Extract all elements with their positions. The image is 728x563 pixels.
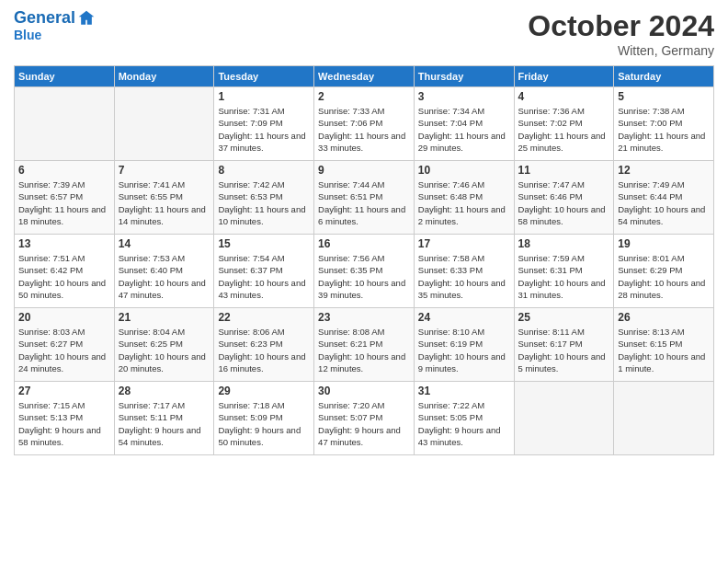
logo: General Blue	[14, 9, 96, 42]
calendar-page: General Blue October 2024 Witten, German…	[0, 0, 728, 563]
calendar-cell: 8Sunrise: 7:42 AMSunset: 6:53 PMDaylight…	[214, 161, 314, 235]
day-info: Sunrise: 8:06 AMSunset: 6:23 PMDaylight:…	[218, 326, 310, 374]
calendar-cell	[15, 87, 115, 161]
logo-blue: Blue	[14, 28, 96, 42]
day-number: 20	[18, 311, 110, 324]
day-number: 24	[418, 311, 510, 324]
day-number: 26	[618, 311, 710, 324]
day-number: 27	[18, 385, 110, 397]
calendar-week-2: 6Sunrise: 7:39 AMSunset: 6:57 PMDaylight…	[15, 161, 714, 235]
day-info: Sunrise: 7:56 AMSunset: 6:35 PMDaylight:…	[318, 252, 410, 301]
day-info: Sunrise: 7:53 AMSunset: 6:40 PMDaylight:…	[119, 252, 210, 301]
weekday-header-saturday: Saturday	[614, 66, 714, 87]
calendar-week-3: 13Sunrise: 7:51 AMSunset: 6:42 PMDayligh…	[15, 235, 714, 308]
location: Witten, Germany	[528, 43, 714, 58]
weekday-header-wednesday: Wednesday	[314, 66, 415, 87]
day-info: Sunrise: 7:54 AMSunset: 6:37 PMDaylight:…	[218, 252, 310, 301]
calendar-cell: 2Sunrise: 7:33 AMSunset: 7:06 PMDaylight…	[314, 87, 415, 161]
day-number: 10	[418, 164, 510, 177]
day-info: Sunrise: 7:20 AMSunset: 5:07 PMDaylight:…	[318, 399, 410, 448]
title-block: October 2024 Witten, Germany	[528, 9, 714, 58]
month-title: October 2024	[528, 9, 714, 43]
day-info: Sunrise: 7:59 AMSunset: 6:31 PMDaylight:…	[518, 252, 610, 301]
day-number: 9	[318, 164, 410, 177]
day-number: 6	[18, 164, 110, 177]
calendar-week-5: 27Sunrise: 7:15 AMSunset: 5:13 PMDayligh…	[15, 382, 714, 455]
calendar-week-1: 1Sunrise: 7:31 AMSunset: 7:09 PMDaylight…	[15, 87, 714, 161]
calendar-cell: 1Sunrise: 7:31 AMSunset: 7:09 PMDaylight…	[214, 87, 314, 161]
day-number: 31	[418, 385, 510, 397]
day-number: 18	[518, 237, 610, 250]
day-number: 2	[318, 90, 410, 103]
calendar-cell: 14Sunrise: 7:53 AMSunset: 6:40 PMDayligh…	[114, 235, 214, 308]
day-info: Sunrise: 7:15 AMSunset: 5:13 PMDaylight:…	[18, 399, 110, 448]
calendar-cell	[614, 382, 714, 455]
day-info: Sunrise: 8:10 AMSunset: 6:19 PMDaylight:…	[418, 326, 510, 374]
calendar-cell: 3Sunrise: 7:34 AMSunset: 7:04 PMDaylight…	[414, 87, 514, 161]
calendar-cell: 7Sunrise: 7:41 AMSunset: 6:55 PMDaylight…	[114, 161, 214, 235]
day-number: 19	[618, 237, 710, 250]
weekday-header-friday: Friday	[514, 66, 614, 87]
calendar-table: SundayMondayTuesdayWednesdayThursdayFrid…	[14, 65, 714, 455]
day-info: Sunrise: 7:41 AMSunset: 6:55 PMDaylight:…	[119, 178, 210, 227]
calendar-cell: 25Sunrise: 8:11 AMSunset: 6:17 PMDayligh…	[514, 308, 614, 382]
calendar-cell: 18Sunrise: 7:59 AMSunset: 6:31 PMDayligh…	[514, 235, 614, 308]
calendar-cell: 4Sunrise: 7:36 AMSunset: 7:02 PMDaylight…	[514, 87, 614, 161]
day-info: Sunrise: 7:38 AMSunset: 7:00 PMDaylight:…	[618, 105, 710, 154]
day-info: Sunrise: 7:18 AMSunset: 5:09 PMDaylight:…	[218, 399, 310, 448]
calendar-cell: 24Sunrise: 8:10 AMSunset: 6:19 PMDayligh…	[414, 308, 514, 382]
calendar-cell: 19Sunrise: 8:01 AMSunset: 6:29 PMDayligh…	[614, 235, 714, 308]
calendar-cell: 15Sunrise: 7:54 AMSunset: 6:37 PMDayligh…	[214, 235, 314, 308]
day-info: Sunrise: 7:49 AMSunset: 6:44 PMDaylight:…	[618, 178, 710, 227]
day-number: 1	[218, 90, 310, 103]
day-number: 23	[318, 311, 410, 324]
calendar-cell: 22Sunrise: 8:06 AMSunset: 6:23 PMDayligh…	[214, 308, 314, 382]
weekday-header-tuesday: Tuesday	[214, 66, 314, 87]
calendar-cell: 23Sunrise: 8:08 AMSunset: 6:21 PMDayligh…	[314, 308, 415, 382]
day-number: 12	[618, 164, 710, 177]
day-number: 22	[218, 311, 310, 324]
day-number: 30	[318, 385, 410, 397]
day-number: 14	[119, 237, 210, 250]
day-number: 15	[218, 237, 310, 250]
day-number: 25	[518, 311, 610, 324]
day-info: Sunrise: 7:47 AMSunset: 6:46 PMDaylight:…	[518, 178, 610, 227]
day-info: Sunrise: 7:33 AMSunset: 7:06 PMDaylight:…	[318, 105, 410, 154]
day-info: Sunrise: 8:01 AMSunset: 6:29 PMDaylight:…	[618, 252, 710, 301]
day-info: Sunrise: 7:44 AMSunset: 6:51 PMDaylight:…	[318, 178, 410, 227]
day-info: Sunrise: 8:03 AMSunset: 6:27 PMDaylight:…	[18, 326, 110, 374]
day-info: Sunrise: 8:08 AMSunset: 6:21 PMDaylight:…	[318, 326, 410, 374]
weekday-header-thursday: Thursday	[414, 66, 514, 87]
day-number: 5	[618, 90, 710, 103]
day-number: 21	[119, 311, 210, 324]
day-info: Sunrise: 7:39 AMSunset: 6:57 PMDaylight:…	[18, 178, 110, 227]
header: General Blue October 2024 Witten, German…	[14, 9, 714, 58]
day-info: Sunrise: 7:34 AMSunset: 7:04 PMDaylight:…	[418, 105, 510, 154]
day-number: 28	[119, 385, 210, 397]
day-info: Sunrise: 7:42 AMSunset: 6:53 PMDaylight:…	[218, 178, 310, 227]
day-number: 16	[318, 237, 410, 250]
day-info: Sunrise: 7:36 AMSunset: 7:02 PMDaylight:…	[518, 105, 610, 154]
calendar-cell	[514, 382, 614, 455]
logo-text: General	[14, 9, 75, 28]
calendar-cell: 9Sunrise: 7:44 AMSunset: 6:51 PMDaylight…	[314, 161, 415, 235]
day-info: Sunrise: 7:51 AMSunset: 6:42 PMDaylight:…	[18, 252, 110, 301]
calendar-cell: 29Sunrise: 7:18 AMSunset: 5:09 PMDayligh…	[214, 382, 314, 455]
calendar-cell: 31Sunrise: 7:22 AMSunset: 5:05 PMDayligh…	[414, 382, 514, 455]
calendar-cell: 20Sunrise: 8:03 AMSunset: 6:27 PMDayligh…	[15, 308, 115, 382]
calendar-cell: 12Sunrise: 7:49 AMSunset: 6:44 PMDayligh…	[614, 161, 714, 235]
day-number: 17	[418, 237, 510, 250]
day-info: Sunrise: 7:17 AMSunset: 5:11 PMDaylight:…	[119, 399, 210, 448]
day-number: 29	[218, 385, 310, 397]
calendar-cell: 26Sunrise: 8:13 AMSunset: 6:15 PMDayligh…	[614, 308, 714, 382]
day-info: Sunrise: 8:11 AMSunset: 6:17 PMDaylight:…	[518, 326, 610, 374]
day-number: 4	[518, 90, 610, 103]
calendar-cell: 5Sunrise: 7:38 AMSunset: 7:00 PMDaylight…	[614, 87, 714, 161]
weekday-header-row: SundayMondayTuesdayWednesdayThursdayFrid…	[15, 66, 714, 87]
day-number: 7	[119, 164, 210, 177]
calendar-cell: 30Sunrise: 7:20 AMSunset: 5:07 PMDayligh…	[314, 382, 415, 455]
weekday-header-sunday: Sunday	[15, 66, 115, 87]
day-info: Sunrise: 7:22 AMSunset: 5:05 PMDaylight:…	[418, 399, 510, 448]
day-number: 3	[418, 90, 510, 103]
weekday-header-monday: Monday	[114, 66, 214, 87]
